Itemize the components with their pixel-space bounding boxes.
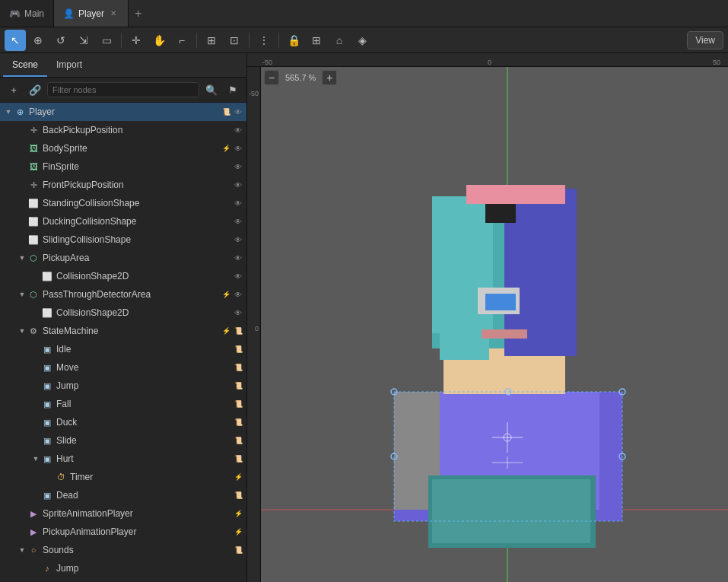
tree-icon-jump_sound: ♪ <box>41 562 53 574</box>
tree-icon-pickupanimationplayer: ▶ <box>27 526 40 538</box>
tree-item-standingcollisionshape[interactable]: ⬜StandingCollisionShape👁 <box>0 194 246 212</box>
tree-arrow-hurt[interactable]: ▼ <box>30 453 41 464</box>
tree-label-pickupanimationplayer: PickupAnimationPlayer <box>43 526 233 537</box>
zoom-out-button[interactable]: − <box>264 70 279 85</box>
tree-icon-fall: ▣ <box>41 398 53 410</box>
panel-tab-scene[interactable]: Scene <box>3 53 47 77</box>
tree-item-duckingcollisionshape[interactable]: ⬜DuckingCollisionShape👁 <box>0 212 246 231</box>
tree-arrow-sounds[interactable]: ▼ <box>17 545 27 555</box>
tree-arrow-slidingcollisionshape <box>17 234 27 245</box>
tree-item-statemachine[interactable]: ▼⚙StateMachine⚡📜 <box>0 322 246 340</box>
viewport-canvas <box>261 67 728 582</box>
tab-player-close[interactable]: ✕ <box>108 8 119 18</box>
tree-label-player: Player <box>29 107 221 117</box>
tree-arrow-idle <box>30 344 41 355</box>
tree-arrow-player[interactable]: ▼ <box>3 107 14 117</box>
tree-item-sounds[interactable]: ▼○Sounds📜 <box>0 541 246 559</box>
tree-item-bodysprite[interactable]: 🖼BodySprite⚡👁 <box>0 139 246 157</box>
tree-icon-standingcollisionshape: ⬜ <box>27 197 40 209</box>
tool-lock-button[interactable]: 🔒 <box>283 30 304 51</box>
tree-item-dead[interactable]: ▣Dead📜 <box>0 486 246 504</box>
tree-label-collisionshape2d_1: CollisionShape2D <box>56 271 233 281</box>
tree-arrow-statemachine[interactable]: ▼ <box>17 326 27 336</box>
tree-arrow-standingcollisionshape <box>17 198 27 208</box>
char-mouth <box>482 329 527 339</box>
tool-bone-button[interactable]: ⌂ <box>329 30 350 51</box>
tabs-area: 🎮 Main 👤 Player ✕ + <box>0 0 148 27</box>
tool-snap1-button[interactable]: ⊞ <box>201 30 222 51</box>
tree-arrow-passthroughdetectorarea[interactable]: ▼ <box>17 289 27 300</box>
tree-item-spriteanimationplayer[interactable]: ▶SpriteAnimationPlayer⚡ <box>0 504 246 523</box>
tool-move-button[interactable]: ⊕ <box>27 30 49 51</box>
tree-item-fall[interactable]: ▣Fall📜 <box>0 395 246 413</box>
tree-arrow-timer <box>44 472 55 482</box>
tab-main-label: Main <box>24 8 44 19</box>
tree-icon-spriteanimationplayer: ▶ <box>27 507 40 520</box>
tool-pivot-button[interactable]: ✛ <box>126 30 147 51</box>
tree-item-slidingcollisionshape[interactable]: ⬜SlidingCollisionShape👁 <box>0 231 246 249</box>
tab-player[interactable]: 👤 Player ✕ <box>54 0 129 27</box>
left-panel: Scene Import + 🔗 🔍 ⚑ ▼⊕Player📜👁✛BackPick… <box>0 53 247 582</box>
tree-item-hurt[interactable]: ▼▣Hurt📜 <box>0 450 246 468</box>
tool-rulers-button[interactable]: ⌐ <box>171 30 192 51</box>
tool-env-button[interactable]: ◈ <box>351 30 373 51</box>
tree-item-pickupanimationplayer[interactable]: ▶PickupAnimationPlayer⚡ <box>0 523 246 541</box>
tool-rect-button[interactable]: ▭ <box>96 30 117 51</box>
tree-item-jump_sound[interactable]: ♪Jump <box>0 559 246 577</box>
tree-icon-backpickupposition: ✛ <box>27 124 40 136</box>
zoom-in-button[interactable]: + <box>322 70 337 85</box>
tree-arrow-jump <box>30 380 41 391</box>
editor-toolbar: ↖ ⊕ ↺ ⇲ ▭ ✛ ✋ ⌐ ⊞ ⊡ ⋮ 🔒 ⊞ ⌂ ◈ View <box>0 27 728 53</box>
tree-item-frontpickupposition[interactable]: ✛FrontPickupPosition👁 <box>0 176 246 194</box>
tree-item-player[interactable]: ▼⊕Player📜👁 <box>0 103 246 121</box>
badge-visible-duckingcollisionshape: 👁 <box>233 216 243 227</box>
tab-add-button[interactable]: + <box>129 7 148 21</box>
panel-tab-import[interactable]: Import <box>47 53 91 77</box>
tree-label-jump: Jump <box>56 380 233 391</box>
tool-rotate-button[interactable]: ↺ <box>50 30 72 51</box>
tree-item-timer[interactable]: ⏱Timer⚡ <box>0 468 246 486</box>
tree-arrow-duck <box>30 417 41 428</box>
tree-label-duck: Duck <box>56 417 233 428</box>
filter-icon[interactable]: ⚑ <box>224 81 242 99</box>
toolbar-sep-3 <box>249 33 250 48</box>
viewport[interactable]: -50 0 50 -50 0 − 565.7 % + <box>247 53 728 582</box>
tree-item-duck[interactable]: ▣Duck📜 <box>0 413 246 431</box>
tool-pan-button[interactable]: ✋ <box>148 30 170 51</box>
tree-arrow-duckingcollisionshape <box>17 216 27 227</box>
tab-main[interactable]: 🎮 Main <box>0 0 54 27</box>
tree-item-pickuparea[interactable]: ▼⬡PickupArea👁 <box>0 249 246 267</box>
tree-item-passthroughdetectorarea[interactable]: ▼⬡PassThroughDetectorArea⚡👁 <box>0 285 246 304</box>
tree-item-collisionshape2d_1[interactable]: ⬜CollisionShape2D👁 <box>0 267 246 285</box>
tree-item-idle[interactable]: ▣Idle📜 <box>0 340 246 358</box>
tree-label-frontpickupposition: FrontPickupPosition <box>43 180 233 190</box>
tree-arrow-move <box>30 362 41 373</box>
tree-arrow-dead <box>30 490 41 501</box>
instance-scene-button[interactable]: 🔗 <box>26 81 44 99</box>
tree-item-backpickupposition[interactable]: ✛BackPickupPosition👁 <box>0 121 246 139</box>
char-eye-iris <box>485 294 516 310</box>
badge-signal-pickupanimationplayer: ⚡ <box>233 526 243 537</box>
tool-scale-button[interactable]: ⇲ <box>73 30 94 51</box>
tool-snap2-button[interactable]: ⊡ <box>224 30 245 51</box>
tree-icon-duck: ▣ <box>41 416 53 428</box>
badge-script-dead: 📜 <box>233 490 243 501</box>
tool-more-button[interactable]: ⋮ <box>253 30 275 51</box>
add-node-button[interactable]: + <box>5 81 23 99</box>
ruler-top: -50 0 50 <box>247 53 728 67</box>
tree-icon-slide: ▣ <box>41 434 53 447</box>
tree-item-collisionshape2d_2[interactable]: ⬜CollisionShape2D👁 <box>0 304 246 322</box>
tree-item-finsprite[interactable]: 🖼FinSprite👁 <box>0 157 246 176</box>
tree-item-jump[interactable]: ▣Jump📜 <box>0 377 246 395</box>
scene-tree: ▼⊕Player📜👁✛BackPickupPosition👁🖼BodySprit… <box>0 103 246 582</box>
tree-arrow-slide <box>30 435 41 446</box>
tree-item-slide[interactable]: ▣Slide📜 <box>0 431 246 450</box>
view-button[interactable]: View <box>687 31 723 49</box>
toolbar-sep-1 <box>121 33 122 48</box>
tool-group-button[interactable]: ⊞ <box>306 30 327 51</box>
filter-nodes-input[interactable] <box>47 82 199 97</box>
tree-arrow-pickuparea[interactable]: ▼ <box>17 253 27 263</box>
tool-select-button[interactable]: ↖ <box>5 30 26 51</box>
tree-label-standingcollisionshape: StandingCollisionShape <box>43 198 233 208</box>
tree-item-move[interactable]: ▣Move📜 <box>0 358 246 377</box>
